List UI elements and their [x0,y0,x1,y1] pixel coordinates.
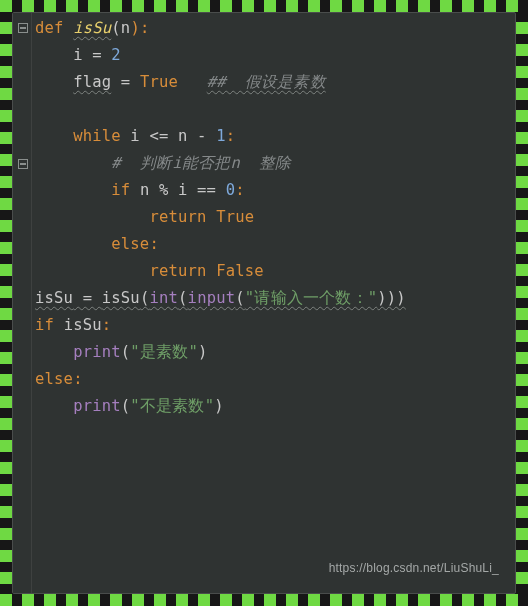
while-cond-a: i <= n - [121,127,216,145]
indent [35,208,149,226]
assign: = [83,46,112,64]
indent [35,46,73,64]
close-colon: ): [130,19,149,37]
comment: ## 假设是素数 [207,73,326,91]
var-isSu: isSu [64,316,102,334]
indent [35,397,73,415]
true-literal: True [216,208,254,226]
indent [35,262,149,280]
paren-open: ( [121,397,131,415]
indent [35,154,111,172]
colon: : [102,316,112,334]
if-cond-a: n % i == [130,181,225,199]
code-area: def isSu(n): i = 2 flag = True ## 假设是素数 … [35,15,509,420]
keyword-return: return [149,208,206,226]
string-prime: "是素数" [130,343,198,361]
call-isSu: isSu [102,289,140,307]
spacer [178,73,207,91]
true-literal: True [140,73,178,91]
colon: : [226,127,236,145]
space [207,262,217,280]
colon: : [149,235,159,253]
function-name: isSu [73,19,111,37]
colon: : [73,370,83,388]
keyword-else: else [35,370,73,388]
space [207,208,217,226]
comment: # 判断i能否把n 整除 [111,154,291,172]
var-flag: flag [73,73,111,91]
paren-open: ( [140,289,150,307]
keyword-else: else [111,235,149,253]
indent [35,235,111,253]
indent [35,181,111,199]
fold-icon[interactable] [18,159,28,169]
paren-close: ) [214,397,224,415]
dashed-frame: def isSu(n): i = 2 flag = True ## 假设是素数 … [0,0,528,606]
paren-open: ( [111,19,121,37]
paren-open: ( [235,289,245,307]
number-2: 2 [111,46,121,64]
paren-close: ) [198,343,208,361]
keyword-if: if [111,181,130,199]
colon: : [235,181,245,199]
builtin-print: print [73,343,121,361]
keyword-if: if [35,316,54,334]
editor-gutter [13,13,32,593]
string-prompt: "请输入一个数：" [245,289,377,307]
fold-icon[interactable] [18,23,28,33]
source-code: def isSu(n): i = 2 flag = True ## 假设是素数 … [35,15,509,420]
false-literal: False [216,262,264,280]
keyword-def: def [35,19,64,37]
keyword-while: while [73,127,121,145]
builtin-int: int [149,289,178,307]
paren-open: ( [121,343,131,361]
param-n: n [121,19,131,37]
indent [35,127,73,145]
indent [35,73,73,91]
indent [35,343,73,361]
paren-open: ( [178,289,188,307]
string-not-prime: "不是素数" [130,397,214,415]
builtin-input: input [188,289,236,307]
assign: = [111,73,140,91]
code-editor: def isSu(n): i = 2 flag = True ## 假设是素数 … [12,12,516,594]
var-isSu: isSu [35,289,73,307]
space [54,316,64,334]
paren-close: ))) [377,289,406,307]
number-0: 0 [226,181,236,199]
keyword-return: return [149,262,206,280]
var-i: i [73,46,83,64]
builtin-print: print [73,397,121,415]
number-1: 1 [216,127,226,145]
watermark-url: https://blog.csdn.net/LiuShuLi_ [329,558,499,579]
assign: = [73,289,102,307]
